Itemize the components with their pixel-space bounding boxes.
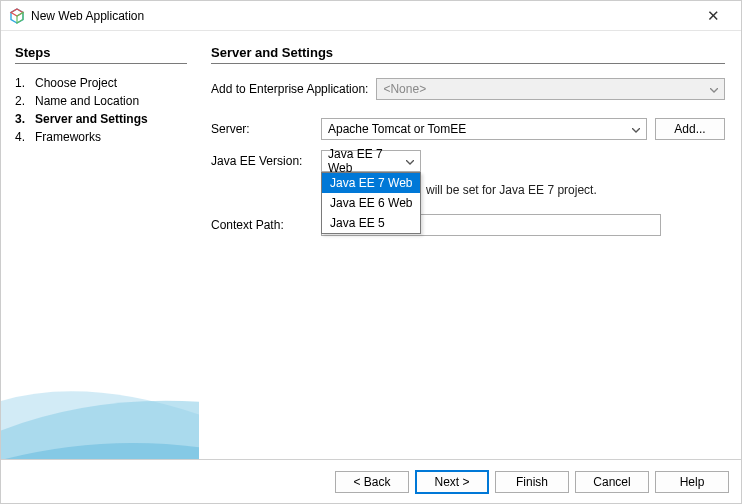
step-label: Name and Location bbox=[35, 94, 139, 108]
javaee-dropdown: Java EE 7 Web Java EE 6 Web Java EE 5 bbox=[321, 172, 421, 234]
cancel-button[interactable]: Cancel bbox=[575, 471, 649, 493]
enterprise-select[interactable]: <None> bbox=[376, 78, 725, 100]
javaee-row: Java EE Version: Java EE 7 Web Java EE 7… bbox=[211, 150, 725, 172]
svg-marker-2 bbox=[17, 12, 23, 23]
chevron-down-icon bbox=[632, 122, 640, 136]
enterprise-value: <None> bbox=[383, 82, 426, 96]
enterprise-label: Add to Enterprise Application: bbox=[211, 82, 368, 96]
help-button[interactable]: Help bbox=[655, 471, 729, 493]
app-icon bbox=[9, 8, 25, 24]
close-icon[interactable]: ✕ bbox=[693, 7, 733, 25]
enterprise-row: Add to Enterprise Application: <None> bbox=[211, 78, 725, 100]
back-button[interactable]: < Back bbox=[335, 471, 409, 493]
steps-list: 1. Choose Project 2. Name and Location 3… bbox=[15, 74, 187, 146]
footer: < Back Next > Finish Cancel Help bbox=[1, 459, 741, 503]
server-label: Server: bbox=[211, 122, 321, 136]
step-frameworks: 4. Frameworks bbox=[15, 128, 187, 146]
server-row: Server: Apache Tomcat or TomEE Add... bbox=[211, 118, 725, 140]
chevron-down-icon bbox=[710, 82, 718, 96]
source-level-note: will be set for Java EE 7 project. bbox=[426, 183, 597, 197]
step-number: 2. bbox=[15, 94, 35, 108]
javaee-option[interactable]: Java EE 5 bbox=[322, 213, 420, 233]
step-label: Server and Settings bbox=[35, 112, 148, 126]
javaee-select[interactable]: Java EE 7 Web bbox=[321, 150, 421, 172]
main-heading: Server and Settings bbox=[211, 45, 725, 64]
next-button[interactable]: Next > bbox=[415, 470, 489, 494]
context-path-label: Context Path: bbox=[211, 218, 321, 232]
step-label: Choose Project bbox=[35, 76, 117, 90]
javaee-label: Java EE Version: bbox=[211, 154, 321, 168]
sidebar: Steps 1. Choose Project 2. Name and Loca… bbox=[1, 31, 199, 459]
finish-button[interactable]: Finish bbox=[495, 471, 569, 493]
decorative-swoosh bbox=[1, 289, 199, 459]
step-number: 4. bbox=[15, 130, 35, 144]
window-title: New Web Application bbox=[31, 9, 693, 23]
step-number: 3. bbox=[15, 112, 35, 126]
step-label: Frameworks bbox=[35, 130, 101, 144]
step-choose-project: 1. Choose Project bbox=[15, 74, 187, 92]
content-area: Steps 1. Choose Project 2. Name and Loca… bbox=[1, 31, 741, 459]
main-panel: Server and Settings Add to Enterprise Ap… bbox=[199, 31, 741, 459]
context-path-row: Context Path: bbox=[211, 214, 725, 236]
step-name-location: 2. Name and Location bbox=[15, 92, 187, 110]
step-server-settings: 3. Server and Settings bbox=[15, 110, 187, 128]
titlebar: New Web Application ✕ bbox=[1, 1, 741, 31]
server-value: Apache Tomcat or TomEE bbox=[328, 122, 466, 136]
javaee-option[interactable]: Java EE 7 Web bbox=[322, 173, 420, 193]
svg-marker-1 bbox=[11, 9, 23, 16]
javaee-option[interactable]: Java EE 6 Web bbox=[322, 193, 420, 213]
javaee-value: Java EE 7 Web bbox=[328, 147, 398, 175]
steps-heading: Steps bbox=[15, 45, 187, 64]
step-number: 1. bbox=[15, 76, 35, 90]
chevron-down-icon bbox=[406, 154, 414, 168]
add-server-button[interactable]: Add... bbox=[655, 118, 725, 140]
server-select[interactable]: Apache Tomcat or TomEE bbox=[321, 118, 647, 140]
